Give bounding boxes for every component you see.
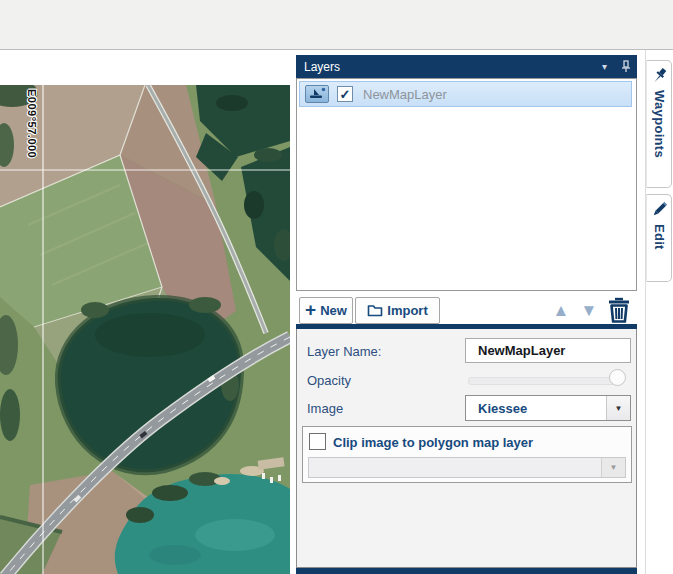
tab-edit-label: Edit	[652, 224, 667, 250]
import-button-label: Import	[387, 303, 427, 318]
map-grid-longitude-label: E009°57.000	[26, 89, 38, 158]
move-layer-up-button[interactable]: ▲	[549, 300, 573, 322]
opacity-slider-thumb[interactable]	[609, 369, 626, 386]
panel-bottom-bar	[296, 568, 637, 574]
image-dropdown[interactable]: Kiessee ▼	[465, 395, 631, 421]
move-layer-down-button[interactable]: ▼	[577, 300, 601, 322]
new-layer-button[interactable]: + New	[299, 297, 353, 324]
import-layer-button[interactable]: Import	[355, 297, 440, 324]
app-window: E009°57.000 Layers ▾ ✓ NewMapLayer	[0, 0, 673, 574]
dropdown-caret-icon[interactable]: ▼	[606, 396, 630, 420]
layers-list[interactable]: ✓ NewMapLayer	[296, 78, 637, 291]
image-label: Image	[307, 401, 343, 416]
image-dropdown-value: Kiessee	[466, 401, 606, 416]
clip-groupbox: Clip image to polygon map layer ▼	[302, 426, 632, 483]
clip-layer-dropdown-disabled[interactable]: ▼	[308, 457, 626, 478]
layers-panel-header[interactable]: Layers ▾	[296, 55, 637, 78]
map-aerial-image	[0, 85, 290, 574]
side-tab-strip: Waypoints Edit	[645, 50, 673, 574]
layer-visibility-checkbox[interactable]: ✓	[337, 86, 353, 102]
pencil-icon	[649, 200, 669, 220]
opacity-slider-track[interactable]	[468, 377, 622, 385]
map-layer-thumbnail-icon	[305, 85, 329, 103]
disabled-dropdown-caret-icon: ▼	[601, 458, 625, 477]
delete-layer-button[interactable]	[607, 297, 633, 324]
clip-image-checkbox[interactable]	[309, 433, 326, 450]
layers-panel-title: Layers	[304, 60, 340, 74]
opacity-label: Opacity	[307, 373, 351, 388]
tab-waypoints-label: Waypoints	[652, 90, 667, 158]
new-button-label: New	[320, 303, 347, 318]
top-toolbar-strip	[0, 0, 673, 50]
plus-icon: +	[305, 300, 316, 319]
tab-edit[interactable]: Edit	[646, 194, 672, 282]
tab-waypoints[interactable]: Waypoints	[646, 60, 672, 188]
layer-name-input[interactable]	[465, 338, 631, 363]
panel-collapse-caret-icon[interactable]: ▾	[602, 61, 607, 72]
layer-row-selected[interactable]: ✓ NewMapLayer	[299, 81, 632, 107]
layer-properties-panel: Layer Name: Opacity Image Kiessee ▼ Clip…	[296, 329, 637, 568]
pushpin-icon	[649, 66, 669, 86]
map-view[interactable]: E009°57.000	[0, 85, 290, 574]
layer-name-text: NewMapLayer	[363, 87, 447, 102]
panel-pin-icon[interactable]	[621, 60, 631, 73]
folder-icon	[367, 304, 383, 317]
layer-name-label: Layer Name:	[307, 344, 381, 359]
clip-image-label: Clip image to polygon map layer	[333, 435, 533, 450]
trash-icon	[607, 297, 631, 323]
